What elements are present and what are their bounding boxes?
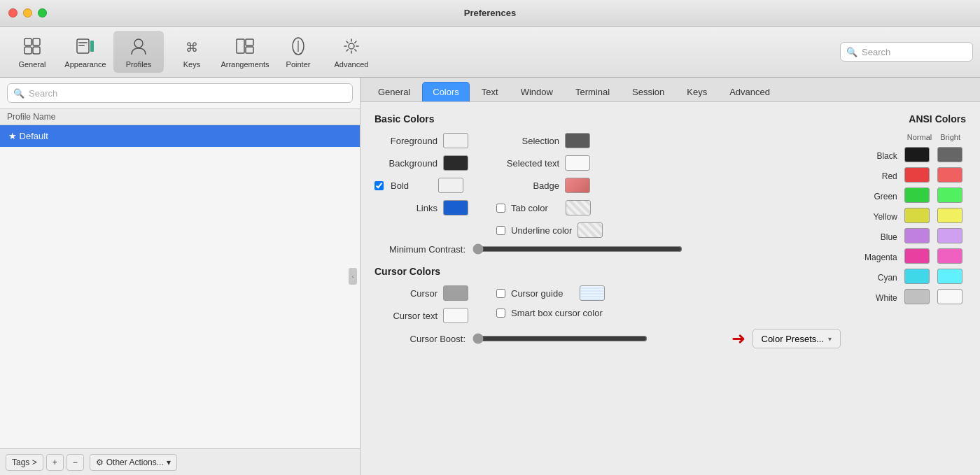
- ansi-row: Magenta: [864, 248, 963, 266]
- title-bar: Preferences: [0, 0, 980, 27]
- ansi-normal-swatch-red[interactable]: [904, 167, 930, 183]
- svg-point-8: [134, 39, 143, 48]
- smart-box-checkbox[interactable]: [496, 309, 505, 318]
- ansi-normal-header: Normal: [904, 133, 934, 144]
- ansi-row-label: Yellow: [864, 208, 902, 225]
- ansi-normal-swatch-black[interactable]: [904, 147, 930, 162]
- toolbar-item-advanced[interactable]: Advanced: [326, 31, 377, 73]
- ansi-bright-swatch-cyan[interactable]: [937, 269, 962, 284]
- fullscreen-button[interactable]: [38, 8, 47, 17]
- ansi-normal-red: [904, 167, 934, 185]
- badge-swatch[interactable]: [565, 178, 590, 193]
- ansi-normal-swatch-white[interactable]: [904, 289, 930, 304]
- background-row: Background: [374, 155, 468, 171]
- profile-list-header: Profile Name: [0, 109, 360, 125]
- tab-text[interactable]: Text: [471, 82, 509, 101]
- ansi-row-label: Green: [864, 187, 902, 205]
- svg-text:⌘: ⌘: [186, 41, 198, 55]
- ansi-normal-swatch-blue[interactable]: [904, 228, 930, 243]
- toolbar-item-pointer[interactable]: Pointer: [273, 31, 323, 73]
- minimize-button[interactable]: [23, 8, 32, 17]
- svg-rect-12: [246, 47, 253, 53]
- ansi-bright-swatch-red[interactable]: [937, 167, 962, 183]
- ansi-normal-yellow: [904, 208, 934, 225]
- minimum-contrast-slider[interactable]: [472, 243, 682, 255]
- toolbar-label-profiles: Profiles: [126, 60, 152, 69]
- basic-colors-section: Basic Colors Foreground Background: [374, 113, 841, 354]
- foreground-swatch[interactable]: [443, 133, 468, 148]
- toolbar-item-appearance[interactable]: Appearance: [60, 31, 111, 73]
- tags-button[interactable]: Tags >: [6, 454, 43, 471]
- cursor-left-col: Cursor Cursor text: [374, 285, 468, 323]
- cursor-text-swatch[interactable]: [443, 308, 468, 323]
- toolbar-items: General Appearance Profile: [7, 31, 377, 73]
- background-swatch[interactable]: [443, 155, 468, 171]
- ansi-bright-red: [937, 167, 963, 185]
- ansi-bright-swatch-magenta[interactable]: [937, 248, 962, 264]
- bold-swatch[interactable]: [438, 178, 463, 193]
- pointer-icon: [287, 35, 309, 57]
- toolbar-item-keys[interactable]: ⌘ Keys: [167, 31, 217, 73]
- profile-list: ★ Default: [0, 125, 360, 448]
- sidebar-collapse-button[interactable]: ‹: [349, 268, 357, 285]
- tab-session[interactable]: Session: [622, 82, 675, 101]
- ansi-bright-swatch-black[interactable]: [937, 147, 962, 162]
- ansi-normal-swatch-magenta[interactable]: [904, 248, 930, 264]
- close-button[interactable]: [8, 8, 18, 17]
- toolbar-item-arrangements[interactable]: Arrangements: [220, 31, 270, 73]
- tab-color-swatch[interactable]: [566, 200, 591, 215]
- toolbar-label-appearance: Appearance: [64, 60, 106, 69]
- foreground-row: Foreground: [374, 133, 468, 148]
- ansi-normal-swatch-yellow[interactable]: [904, 208, 930, 223]
- cursor-boost-label: Cursor Boost:: [374, 334, 465, 344]
- toolbar-search-box[interactable]: 🔍: [840, 42, 973, 62]
- selected-text-row: Selected text: [496, 155, 603, 171]
- ansi-bright-swatch-white[interactable]: [937, 289, 962, 304]
- svg-rect-3: [33, 47, 40, 54]
- tab-keys[interactable]: Keys: [676, 82, 718, 101]
- sidebar: 🔍 Profile Name ★ Default Tags > + − ⚙ Ot…: [0, 78, 360, 475]
- selected-text-swatch[interactable]: [565, 155, 590, 171]
- gear-icon: [340, 35, 363, 57]
- remove-profile-button[interactable]: −: [66, 454, 84, 471]
- search-icon: 🔍: [13, 88, 24, 99]
- cursor-guide-checkbox[interactable]: [496, 289, 505, 298]
- bold-row: Bold: [374, 178, 468, 193]
- ansi-colors-section: ANSI Colors Normal Bright BlackRedGreenY…: [862, 113, 966, 354]
- tab-colors[interactable]: Colors: [422, 82, 470, 101]
- selection-swatch[interactable]: [565, 133, 590, 148]
- underline-color-checkbox[interactable]: [496, 226, 505, 235]
- other-actions-button[interactable]: ⚙ Other Actions... ▾: [90, 454, 177, 471]
- tab-terminal[interactable]: Terminal: [565, 82, 620, 101]
- ansi-bright-swatch-blue[interactable]: [937, 228, 962, 243]
- color-presets-button[interactable]: Color Presets... ▾: [752, 329, 841, 348]
- cursor-swatch[interactable]: [443, 285, 468, 301]
- cursor-guide-swatch[interactable]: [580, 285, 605, 301]
- sidebar-search-box[interactable]: 🔍: [7, 83, 353, 103]
- profile-item-default[interactable]: ★ Default: [0, 125, 360, 147]
- toolbar-item-profiles[interactable]: Profiles: [113, 31, 164, 73]
- sidebar-search-input[interactable]: [29, 88, 346, 99]
- add-profile-button[interactable]: +: [46, 454, 64, 471]
- cursor-boost-slider[interactable]: [472, 333, 648, 344]
- toolbar-search-input[interactable]: [862, 47, 967, 57]
- ansi-normal-swatch-cyan[interactable]: [904, 269, 930, 284]
- ansi-bright-swatch-yellow[interactable]: [937, 208, 962, 223]
- tab-color-checkbox[interactable]: [496, 204, 505, 213]
- toolbar-item-general[interactable]: General: [7, 31, 57, 73]
- ansi-bright-white: [937, 289, 963, 306]
- cursor-guide-label: Cursor guide: [511, 288, 574, 299]
- bold-checkbox[interactable]: [374, 181, 384, 190]
- background-label: Background: [374, 158, 438, 169]
- ansi-normal-swatch-green[interactable]: [904, 187, 930, 203]
- minimum-contrast-label: Minimum Contrast:: [374, 244, 465, 255]
- ansi-row-label: Black: [864, 147, 902, 164]
- ansi-bright-swatch-green[interactable]: [937, 187, 962, 203]
- tab-color-label: Tab color: [511, 203, 560, 213]
- tab-advanced[interactable]: Advanced: [719, 82, 780, 101]
- links-swatch[interactable]: [443, 200, 468, 215]
- chevron-down-icon: ▾: [828, 335, 832, 343]
- tab-general[interactable]: General: [368, 82, 421, 101]
- underline-color-swatch[interactable]: [578, 222, 603, 238]
- tab-window[interactable]: Window: [510, 82, 564, 101]
